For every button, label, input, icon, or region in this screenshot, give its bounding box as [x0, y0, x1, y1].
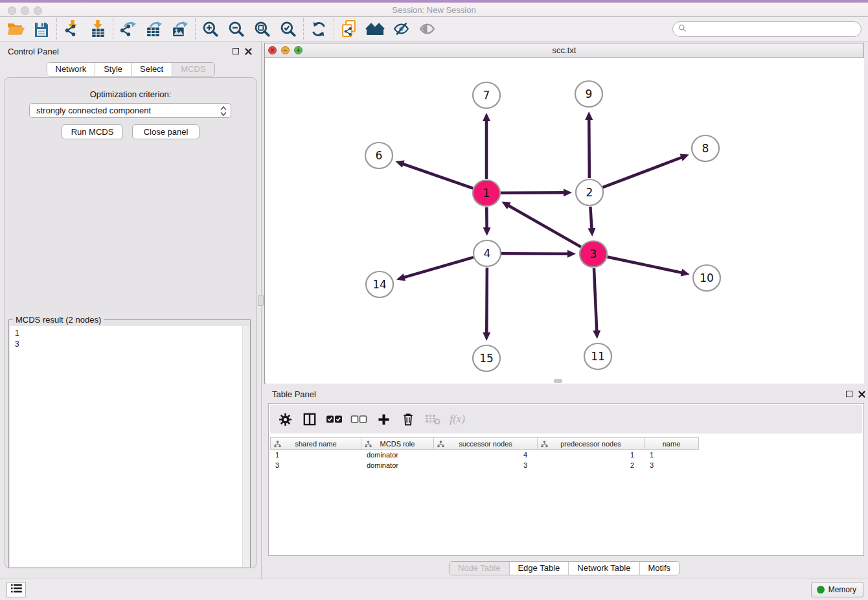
delete-row-icon[interactable]	[400, 411, 417, 428]
edge-2-9[interactable]	[589, 119, 589, 178]
graph-node-1[interactable]: 1	[473, 180, 500, 206]
delete-table-icon	[424, 411, 441, 428]
table-tab-node-table[interactable]: Node Table	[450, 562, 510, 575]
graph-node-3[interactable]: 3	[580, 241, 607, 267]
graph-node-10[interactable]: 10	[693, 265, 720, 291]
toolbar-separator	[334, 18, 334, 40]
graph-node-6[interactable]: 6	[365, 143, 393, 168]
zoom-selected-icon[interactable]	[275, 19, 301, 39]
cell-name[interactable]: 3	[645, 460, 699, 470]
criterion-select[interactable]: strongly connected component	[29, 103, 231, 118]
edge-2-8[interactable]	[603, 157, 683, 187]
apply-layout-icon[interactable]	[306, 19, 332, 39]
cell-name[interactable]: 1	[645, 450, 699, 460]
save-session-icon[interactable]	[29, 19, 54, 39]
settings-gear-icon[interactable]	[277, 411, 293, 428]
column-header-successor-nodes[interactable]: successor nodes	[434, 437, 538, 450]
hide-graphics-details-icon[interactable]	[388, 19, 414, 39]
close-panel-icon[interactable]	[245, 48, 252, 55]
home-icon[interactable]	[362, 19, 388, 39]
network-scroll-grip[interactable]	[554, 379, 562, 383]
table-row[interactable]: 1dominator411	[270, 450, 699, 460]
column-header-shared-name[interactable]: shared name	[270, 437, 361, 450]
graph-node-4[interactable]: 4	[474, 240, 501, 266]
search-input[interactable]	[690, 25, 861, 34]
table-tab-network-table[interactable]: Network Table	[569, 562, 639, 575]
column-header-name[interactable]: name	[645, 437, 699, 450]
main-toolbar	[0, 17, 868, 41]
table-tab-edge-table[interactable]: Edge Table	[509, 562, 569, 575]
zoom-fit-icon[interactable]	[249, 19, 275, 39]
cell-mcds-role[interactable]: dominator	[361, 450, 434, 460]
memory-button[interactable]: Memory	[811, 582, 863, 597]
close-panel-button[interactable]: Close panel	[132, 124, 200, 139]
cell-shared-name[interactable]: 1	[270, 450, 361, 460]
toolbar-separator	[303, 18, 304, 40]
graph-node-7[interactable]: 7	[473, 82, 500, 108]
network-doc-share-icon[interactable]	[336, 19, 362, 39]
table-tab-motifs[interactable]: Motifs	[639, 562, 679, 575]
mcds-result-item[interactable]: 3	[10, 339, 249, 350]
edge-2-3[interactable]	[590, 207, 591, 229]
split-divider-grip[interactable]	[258, 295, 264, 306]
import-network-icon[interactable]	[59, 19, 85, 39]
cell-predecessor-nodes[interactable]: 2	[538, 460, 645, 470]
tab-mcds[interactable]: MCDS	[172, 63, 214, 76]
column-layout-icon[interactable]	[301, 411, 318, 428]
edge-4-3[interactable]	[501, 253, 569, 254]
network-window-titlebar[interactable]: × − + scc.txt	[265, 43, 863, 58]
tab-select[interactable]: Select	[131, 63, 172, 76]
export-network-icon[interactable]	[115, 19, 141, 39]
table-float-icon[interactable]	[846, 391, 852, 397]
graph-node-11[interactable]: 11	[584, 343, 611, 369]
application-window: Session: New Session Control Panel Netwo…	[0, 0, 868, 600]
edge-4-14[interactable]	[404, 257, 474, 277]
edge-1-6[interactable]	[402, 164, 473, 189]
add-row-icon[interactable]	[375, 411, 392, 428]
result-scrollbar[interactable]	[242, 326, 249, 567]
zoom-out-icon[interactable]	[223, 19, 249, 39]
table-body: 1dominator4113dominator323	[270, 450, 699, 470]
edge-3-11[interactable]	[594, 268, 597, 332]
show-graphics-details-icon[interactable]	[414, 19, 440, 39]
tab-network[interactable]: Network	[47, 63, 95, 76]
graph-node-2[interactable]: 2	[576, 179, 603, 205]
edge-1-2[interactable]	[501, 192, 565, 193]
table-row[interactable]: 3dominator323	[270, 460, 699, 470]
panel-list-button[interactable]	[6, 582, 26, 597]
cell-mcds-role[interactable]: dominator	[361, 460, 434, 470]
svg-text:10: 10	[700, 271, 714, 284]
graph-node-14[interactable]: 14	[366, 271, 393, 297]
select-all-icon[interactable]	[326, 411, 343, 428]
column-header-predecessor-nodes[interactable]: predecessor nodes	[538, 437, 645, 450]
network-canvas[interactable]: 7968124314101511	[266, 58, 864, 384]
edge-4-15[interactable]	[486, 268, 487, 334]
graph-node-15[interactable]: 15	[473, 345, 500, 371]
import-table-icon[interactable]	[85, 19, 111, 39]
control-panel: Control Panel NetworkStyleSelectMCDS Opt…	[0, 41, 261, 579]
svg-text:1: 1	[483, 187, 490, 200]
zoom-in-icon[interactable]	[198, 19, 223, 39]
cell-predecessor-nodes[interactable]: 1	[538, 450, 645, 460]
deselect-all-icon[interactable]	[350, 411, 367, 428]
run-mcds-button[interactable]: Run MCDS	[62, 124, 123, 139]
export-image-icon[interactable]	[167, 19, 193, 39]
column-header-mcds-role[interactable]: MCDS role	[361, 437, 434, 450]
cell-successor-nodes[interactable]: 3	[434, 460, 538, 470]
edge-3-10[interactable]	[608, 257, 683, 273]
graph-node-8[interactable]: 8	[692, 135, 719, 161]
svg-text:14: 14	[372, 278, 387, 291]
edge-3-1[interactable]	[508, 205, 581, 247]
open-session-icon[interactable]	[3, 19, 29, 39]
export-table-icon[interactable]	[141, 19, 167, 39]
mcds-result-item[interactable]: 1	[10, 328, 249, 339]
cell-shared-name[interactable]: 3	[270, 460, 361, 470]
tab-style[interactable]: Style	[95, 63, 131, 76]
float-panel-icon[interactable]	[233, 48, 239, 54]
search-box[interactable]	[672, 21, 862, 37]
table-close-icon[interactable]	[858, 391, 865, 398]
mcds-result-list[interactable]: 13	[10, 326, 249, 567]
graph-node-9[interactable]: 9	[575, 81, 602, 107]
cell-successor-nodes[interactable]: 4	[434, 450, 538, 460]
svg-text:3: 3	[590, 248, 597, 260]
